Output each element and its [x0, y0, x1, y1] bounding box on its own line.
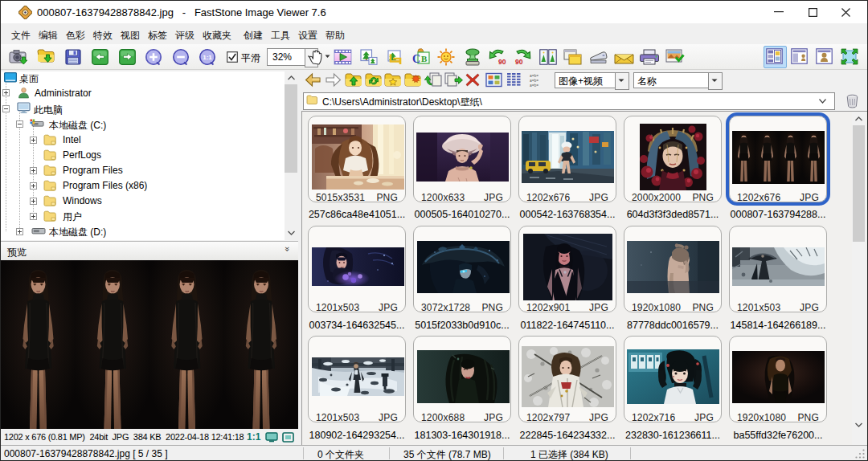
svg-text:90: 90 [498, 58, 506, 66]
svg-text:C: C [412, 53, 420, 65]
svg-text:B: B [421, 54, 428, 63]
svg-text:1:1: 1:1 [203, 54, 212, 61]
svg-text:90: 90 [515, 58, 523, 66]
svg-text:a=b=: a=b= [530, 84, 538, 88]
svg-text:a=b=: a=b= [530, 74, 538, 78]
svg-text:a=b=: a=b= [530, 79, 538, 83]
